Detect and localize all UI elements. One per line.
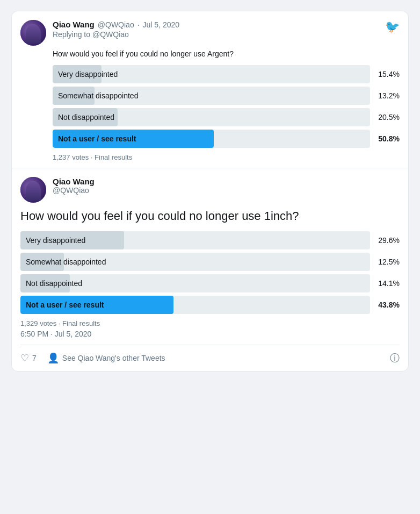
poll-option-percent: 15.4% <box>375 70 400 78</box>
poll-option-percent: 20.5% <box>375 113 400 122</box>
poll-row: Not a user / see result43.8% <box>20 296 400 314</box>
poll-bar: Not disappointed <box>20 274 370 292</box>
poll-option-label: Somewhat disappointed <box>53 91 143 100</box>
twitter-card: Qiao Wang @QWQiao · Jul 5, 2020 Replying… <box>11 11 409 372</box>
big-question: How would you feel if you could no longe… <box>20 208 400 224</box>
author-name-first: Qiao Wang <box>53 20 95 29</box>
poll-bar: Somewhat disappointed <box>20 253 370 271</box>
tweet-timestamp: 6:50 PM · Jul 5, 2020 <box>20 330 400 338</box>
poll-second: Very disappointed29.6%Somewhat disappoin… <box>20 231 400 314</box>
poll-first: Very disappointed15.4%Somewhat disappoin… <box>53 65 400 148</box>
poll-row: Very disappointed15.4% <box>53 65 400 83</box>
poll-option-percent: 13.2% <box>375 91 400 100</box>
second-tweet: Qiao Wang @QWQiao How would you feel if … <box>12 168 408 372</box>
avatar-first <box>20 20 46 46</box>
tweet-actions: ♡ 7 👤 See Qiao Wang's other Tweets ⓘ <box>20 345 400 371</box>
poll-bar: Not a user / see result <box>20 296 370 314</box>
poll-row: Not disappointed14.1% <box>20 274 400 292</box>
poll-bar: Very disappointed <box>53 65 370 83</box>
poll-option-label: Very disappointed <box>20 236 91 245</box>
like-action[interactable]: ♡ 7 <box>20 352 37 364</box>
poll-row: Somewhat disappointed12.5% <box>20 253 400 271</box>
reply-to-first: Replying to @QWQiao <box>53 30 385 39</box>
poll-option-percent: 50.8% <box>375 134 400 143</box>
poll-footer-first: 1,237 votes · Final results <box>53 153 400 161</box>
poll-option-label: Not disappointed <box>53 113 120 122</box>
poll-bar: Very disappointed <box>20 231 370 249</box>
poll-option-percent: 12.5% <box>375 258 400 266</box>
poll-option-label: Not a user / see result <box>20 301 110 309</box>
tweet-meta-first: Qiao Wang @QWQiao · Jul 5, 2020 Replying… <box>53 20 385 39</box>
poll-footer-second: 1,329 votes · Final results <box>20 319 400 327</box>
author-name-second: Qiao Wang <box>53 177 95 186</box>
poll-option-percent: 43.8% <box>375 301 400 309</box>
like-count: 7 <box>32 354 37 362</box>
poll-row: Not disappointed20.5% <box>53 108 400 126</box>
avatar-second <box>20 177 46 203</box>
info-icon[interactable]: ⓘ <box>390 352 400 365</box>
author-handle-second: @QWQiao <box>53 186 400 195</box>
tweet-meta-second: Qiao Wang @QWQiao <box>53 177 400 195</box>
poll-row: Very disappointed29.6% <box>20 231 400 249</box>
poll-option-label: Not a user / see result <box>53 134 142 143</box>
poll-bar: Not disappointed <box>53 108 370 126</box>
heart-icon: ♡ <box>20 352 29 364</box>
author-handle-first: @QWQiao <box>98 20 134 29</box>
user-icon: 👤 <box>47 352 59 364</box>
poll-row: Somewhat disappointed13.2% <box>53 87 400 105</box>
poll-option-percent: 14.1% <box>375 279 400 288</box>
other-tweets-label: See Qiao Wang's other Tweets <box>62 354 165 362</box>
poll-option-label: Not disappointed <box>20 279 88 288</box>
poll-bar: Somewhat disappointed <box>53 87 370 105</box>
poll-option-percent: 29.6% <box>375 236 400 245</box>
poll-option-label: Very disappointed <box>53 70 123 78</box>
tweet-date-first: Jul 5, 2020 <box>143 20 180 29</box>
other-tweets-action[interactable]: 👤 See Qiao Wang's other Tweets <box>47 352 165 364</box>
twitter-bird-icon-first: 🐦 <box>385 20 400 34</box>
poll-row: Not a user / see result50.8% <box>53 130 400 148</box>
tweet-question-first: How would you feel if you could no longe… <box>53 49 400 60</box>
first-tweet: Qiao Wang @QWQiao · Jul 5, 2020 Replying… <box>12 11 408 168</box>
poll-bar: Not a user / see result <box>53 130 370 148</box>
poll-option-label: Somewhat disappointed <box>20 258 111 266</box>
